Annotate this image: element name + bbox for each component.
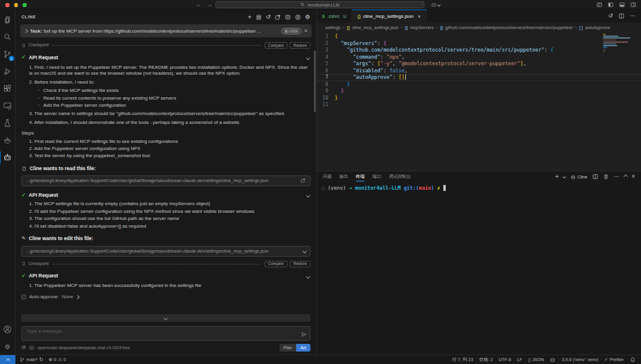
copilot-status-icon[interactable] <box>550 357 556 363</box>
split-editor-icon[interactable] <box>618 13 624 19</box>
formatter-status[interactable]: ✓ Prettier <box>604 357 624 362</box>
minimap[interactable] <box>603 34 634 52</box>
customize-layout-icon[interactable] <box>596 2 602 8</box>
cline-icon[interactable] <box>0 149 15 166</box>
split-terminal-icon[interactable] <box>592 174 598 180</box>
tab-problems[interactable]: 问题 <box>323 173 332 181</box>
code-line[interactable]: 3 "github.com/modelcontextprotocol/serve… <box>317 47 641 54</box>
language-mode[interactable]: {} JSON <box>528 357 544 362</box>
code-line[interactable]: 4 "command": "npx", <box>317 54 641 61</box>
close-panel-icon[interactable]: × <box>632 174 635 180</box>
more-actions-icon[interactable]: ⋯ <box>630 13 636 19</box>
compare-button[interactable]: Compare <box>265 261 288 267</box>
accounts-icon[interactable] <box>0 321 15 338</box>
tab-debug-console[interactable]: 调试控制台 <box>389 173 411 181</box>
kill-terminal-icon[interactable] <box>603 174 609 180</box>
chat-scroll-area[interactable]: Checkpoint Compare Restore ✓ API Request… <box>15 37 316 355</box>
cursor-position[interactable]: 行 7, 列 23 <box>452 357 473 363</box>
open-in-editor-icon[interactable] <box>275 14 281 20</box>
terminal[interactable]: ○ (venv) → monitor4all-LLM git:(main) ✗ <box>317 182 641 355</box>
encoding[interactable]: UTF-8 <box>499 357 511 362</box>
tab-cline-mcp-settings[interactable]: {} cline_mcp_settings.json × <box>352 9 427 23</box>
code-line[interactable]: 11 <box>317 101 641 108</box>
edit-file-path[interactable]: ...gzhendong/Library/Application Support… <box>21 246 310 257</box>
code-line[interactable]: 5 "args": ["-y", "@modelcontextprotocol/… <box>317 60 641 68</box>
maximize-panel-icon[interactable] <box>624 175 627 178</box>
docker-icon[interactable] <box>0 132 15 149</box>
act-mode-button[interactable]: Act <box>296 344 310 352</box>
problems-status[interactable]: ⊗ 0 ⚠ 0 <box>49 357 66 362</box>
restore-button[interactable]: Restore <box>290 42 310 49</box>
code-editor[interactable]: 1{ 2 "mcpServers": { 3 "github.com/model… <box>317 32 641 171</box>
notifications-bell-icon[interactable] <box>630 357 636 363</box>
terminal-profile-dropdown-icon[interactable] <box>563 175 566 178</box>
nav-forward-icon[interactable]: → <box>207 0 212 9</box>
remote-explorer-icon[interactable] <box>0 97 15 114</box>
docs-icon[interactable] <box>285 14 291 20</box>
code-line[interactable]: 10} <box>317 95 641 102</box>
send-icon[interactable] <box>301 331 307 337</box>
close-tab-icon[interactable]: × <box>418 14 421 20</box>
history-icon[interactable]: ↺ <box>266 14 271 20</box>
read-file-path[interactable]: ...gzhendong/Library/Application Support… <box>21 175 310 186</box>
eol-sequence[interactable]: LF <box>517 357 522 362</box>
cline-terminal-indicator[interactable]: Cline <box>570 174 588 180</box>
settings-icon[interactable]: ⚙ <box>305 14 310 20</box>
external-link-icon[interactable] <box>300 178 306 183</box>
settings-gear-icon[interactable]: ⚙ <box>0 339 15 355</box>
code-line[interactable]: 2 "mcpServers": { <box>317 40 641 47</box>
code-line[interactable]: 8 } <box>317 81 641 88</box>
tab-terminal[interactable]: 终端 <box>356 173 365 181</box>
code-line[interactable]: 6 "disabled": false, <box>317 68 641 75</box>
account-icon[interactable] <box>295 14 301 20</box>
code-line[interactable]: 9 } <box>317 88 641 95</box>
api-request-header[interactable]: ✓ API Request <box>21 192 310 199</box>
toggle-panel-icon[interactable] <box>619 2 625 8</box>
python-interpreter[interactable]: 3.9.6 ('venv': venv) <box>561 357 598 362</box>
new-task-icon[interactable]: + <box>248 14 252 20</box>
new-terminal-icon[interactable]: + <box>555 174 559 180</box>
timeline-icon[interactable]: ↺ <box>608 13 613 19</box>
tab-ports[interactable]: 端口 <box>372 173 381 181</box>
message-input[interactable] <box>22 327 310 340</box>
explorer-icon[interactable] <box>0 11 15 28</box>
search-icon[interactable] <box>0 28 15 46</box>
task-close-icon[interactable]: × <box>304 28 307 34</box>
minimize-window-button[interactable] <box>14 3 18 7</box>
nav-back-icon[interactable]: ← <box>196 0 201 9</box>
scroll-to-bottom-bar[interactable] <box>21 314 310 322</box>
toggle-secondary-sidebar-icon[interactable] <box>630 2 636 8</box>
copilot-menu[interactable] <box>431 2 440 8</box>
breadcrumb-item[interactable]: settings <box>325 25 340 30</box>
code-line[interactable]: 1{ <box>317 33 641 40</box>
plan-mode-button[interactable]: Plan <box>280 344 296 352</box>
toggle-primary-sidebar-icon[interactable] <box>608 2 614 8</box>
breadcrumb-item[interactable]: github.com/modelcontextprotocol/servers/… <box>445 25 573 30</box>
code-line-current[interactable]: 7 "autoApprove": [] <box>317 74 641 81</box>
sidebar-scrollbar[interactable] <box>314 50 316 112</box>
zoom-window-button[interactable] <box>23 3 27 7</box>
tab-output[interactable]: 输出 <box>339 173 348 181</box>
task-header[interactable]: Task: Set up the MCP server from https:/… <box>20 24 312 37</box>
compare-button[interactable]: Compare <box>265 42 288 49</box>
breadcrumb-item[interactable]: mcpServers <box>410 25 433 30</box>
image-icon[interactable] <box>29 345 34 350</box>
api-request-header[interactable]: ✓ API Request <box>21 54 310 61</box>
source-control-icon[interactable]: 2 <box>0 46 15 63</box>
command-center-search[interactable]: monitor4all-LLM <box>215 1 424 8</box>
more-actions-icon[interactable]: ⋯ <box>614 174 620 180</box>
remote-indicator[interactable]: >< <box>0 355 15 364</box>
api-request-header[interactable]: ✓ API Request <box>21 273 310 280</box>
tab-zshrc[interactable]: $ .zshrc U <box>317 9 352 23</box>
mention-icon[interactable]: @ <box>21 344 26 350</box>
testing-icon[interactable] <box>0 114 15 132</box>
close-window-button[interactable] <box>5 3 9 7</box>
auto-approve-checkbox[interactable] <box>21 295 26 299</box>
breadcrumb-item[interactable]: autoApprove <box>585 25 610 30</box>
run-debug-icon[interactable] <box>0 63 15 80</box>
indentation[interactable]: 空格: 2 <box>479 357 493 363</box>
restore-button[interactable]: Restore <box>290 261 310 267</box>
git-branch-status[interactable]: main* ↻ <box>20 357 43 362</box>
breadcrumb-item[interactable]: cline_mcp_settings.json <box>352 25 398 30</box>
extensions-icon[interactable] <box>0 80 15 97</box>
